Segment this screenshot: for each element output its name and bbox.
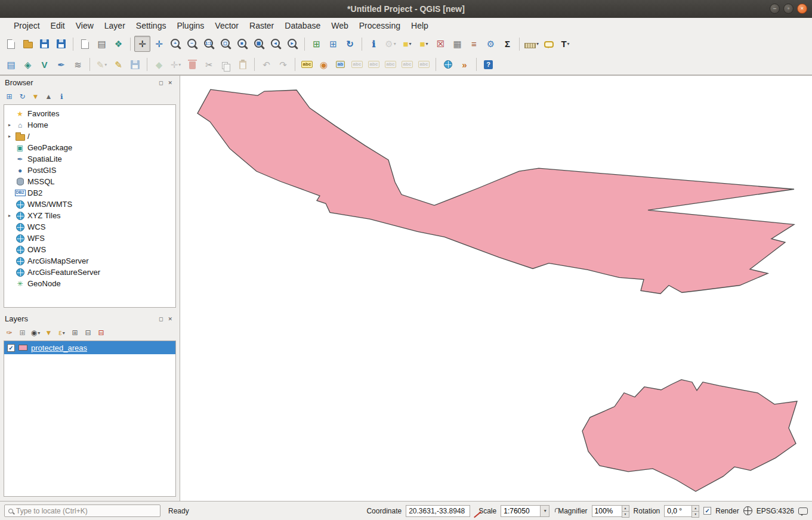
processing-toolbox-button[interactable]: ⚙ (483, 36, 499, 52)
zoom-native-button[interactable]: 1:1 (201, 36, 217, 52)
open-layer-styling-button[interactable]: ✑ (4, 327, 15, 339)
browser-item-home[interactable]: ▸⌂Home (4, 119, 175, 131)
refresh-map-button[interactable]: ↻ (342, 36, 358, 52)
select-features-tool-dropdown[interactable]: ▾ (409, 41, 412, 47)
pan-to-selection-tool[interactable]: ✛ (151, 36, 167, 52)
magnifier-input[interactable] (592, 505, 622, 517)
messages-icon[interactable] (798, 507, 808, 515)
browser-item-wcs[interactable]: WCS (4, 221, 175, 233)
rotation-up-button[interactable]: ▲ (691, 505, 699, 512)
browser-item-wms-wmts[interactable]: WMS/WMTS (4, 199, 175, 210)
zoom-last-button[interactable]: ◂ (268, 36, 284, 52)
layer-visibility-checkbox[interactable]: ✓ (7, 344, 15, 352)
current-edits-button-dropdown[interactable]: ▾ (104, 62, 107, 67)
scale-input[interactable] (501, 505, 540, 517)
expand-arrow-icon[interactable]: ▸ (7, 122, 13, 128)
expand-all-button[interactable]: ⊞ (69, 327, 81, 339)
text-annotation-tool[interactable]: T▾ (557, 36, 573, 52)
menu-settings[interactable]: Settings (131, 19, 172, 32)
filter-legend-button[interactable]: ▼ (43, 327, 54, 339)
browser-item-xyz-tiles[interactable]: ▸XYZ Tiles (4, 210, 175, 221)
new-virtual-layer-button[interactable]: ≋ (70, 57, 86, 73)
render-checkbox[interactable]: ✓ (703, 507, 711, 515)
field-calculator-button[interactable]: ≡ (466, 36, 482, 52)
zoom-out-tool[interactable]: − (184, 36, 200, 52)
menu-plugins[interactable]: Plugins (171, 19, 209, 32)
open-project-button[interactable] (20, 36, 36, 52)
menu-project[interactable]: Project (8, 19, 45, 32)
new-map-view-button[interactable]: ⊞ (308, 36, 325, 52)
rotation-down-button[interactable]: ▼ (691, 512, 699, 518)
new-print-layout-button[interactable] (77, 36, 93, 52)
collapse-all-button[interactable]: ▲ (43, 91, 54, 103)
browser-item-geonode[interactable]: ✳GeoNode (4, 278, 175, 289)
menu-edit[interactable]: Edit (45, 19, 70, 32)
style-manager-button[interactable]: ❖ (110, 36, 126, 52)
save-project-as-button[interactable] (53, 36, 69, 52)
new-shapefile-layer-button[interactable]: V (36, 57, 53, 73)
scale-combo[interactable]: ▾ (501, 505, 549, 517)
map-svg[interactable] (180, 76, 812, 501)
zoom-to-layer-button[interactable]: ▦ (251, 36, 267, 52)
minimize-button[interactable]: – (770, 4, 780, 14)
collapse-all-layers-button[interactable]: ⊟ (82, 327, 94, 339)
select-features-by-value-button-dropdown[interactable]: ▾ (426, 41, 428, 47)
identify-features-tool[interactable]: ℹ (366, 36, 382, 52)
browser-item-geopackage[interactable]: ▣GeoPackage (4, 142, 175, 153)
browser-item-postgis[interactable]: ●PostGIS (4, 165, 175, 176)
pan-map-tool[interactable]: ✛ (134, 36, 150, 52)
layer-diagram-button[interactable]: ◉ (316, 57, 332, 73)
save-project-button[interactable] (36, 36, 53, 52)
map-canvas[interactable] (180, 76, 812, 501)
manage-map-themes-button-dropdown[interactable]: ▾ (38, 330, 40, 336)
menu-processing[interactable]: Processing (354, 19, 406, 32)
browser-close-button[interactable]: ✕ (165, 80, 175, 86)
open-attribute-table-button[interactable]: ▦ (449, 36, 465, 52)
move-feature-tool-dropdown[interactable]: ▾ (178, 62, 181, 67)
browser-item-ows[interactable]: OWS (4, 244, 175, 255)
metasearch-button[interactable] (440, 57, 456, 73)
show-layout-manager-button[interactable]: ▤ (94, 36, 110, 52)
locator-input[interactable] (16, 507, 156, 515)
filter-browser-button[interactable]: ▼ (30, 91, 41, 103)
browser-item-spatialite[interactable]: ✒SpatiaLite (4, 153, 175, 165)
protected-area-polygon-main[interactable] (197, 89, 794, 293)
maximize-button[interactable]: ▫ (783, 4, 794, 14)
add-selected-layers-button[interactable]: ⊞ (4, 91, 15, 103)
filter-by-expression-button-dropdown[interactable]: ▾ (63, 330, 65, 336)
menu-layer[interactable]: Layer (99, 19, 131, 32)
layer-item-protected-areas[interactable]: ✓protected_areas (4, 341, 175, 354)
close-button[interactable]: × (797, 4, 807, 14)
browser-item-mssql[interactable]: MSSQL (4, 176, 175, 187)
browser-item-wfs[interactable]: WFS (4, 233, 175, 244)
manage-map-themes-button[interactable]: ◉▾ (30, 327, 41, 339)
magnifier-down-button[interactable]: ▼ (622, 512, 629, 518)
zoom-full-button[interactable]: ◻ (218, 36, 234, 52)
remove-layer-button[interactable]: ⊟ (95, 327, 107, 339)
map-tips-button[interactable] (541, 36, 557, 52)
open-data-source-manager-button[interactable]: ▤ (3, 57, 19, 73)
deselect-features-button[interactable]: ☒ (433, 36, 449, 52)
select-features-tool[interactable]: ■▾ (399, 36, 415, 52)
refresh-browser-button[interactable]: ↻ (17, 91, 28, 103)
statistical-summary-button[interactable]: Σ (499, 36, 515, 52)
scale-dropdown-button[interactable]: ▾ (540, 505, 549, 517)
magnifier-up-button[interactable]: ▲ (622, 505, 629, 512)
select-features-by-value-button[interactable]: ■▾ (416, 36, 432, 52)
properties-widget-button[interactable]: ℹ (56, 91, 67, 103)
browser-item-db2[interactable]: DB2DB2 (4, 187, 175, 199)
browser-item-arcgisfeatureserver[interactable]: ArcGisFeatureServer (4, 267, 175, 278)
rotation-spinbox[interactable]: ▲▼ (664, 505, 699, 517)
layers-float-button[interactable]: ◻ (156, 316, 165, 322)
measure-line-tool[interactable]: ▾ (523, 36, 540, 52)
text-annotation-tool-dropdown[interactable]: ▾ (567, 41, 570, 47)
menu-web[interactable]: Web (326, 19, 354, 32)
menu-raster[interactable]: Raster (244, 19, 279, 32)
new-spatialite-layer-button[interactable]: ✒ (53, 57, 69, 73)
expand-arrow-icon[interactable]: ▸ (7, 213, 13, 218)
expand-arrow-icon[interactable]: ▸ (7, 134, 13, 139)
coordinate-input[interactable] (406, 505, 470, 517)
browser-item-favorites[interactable]: ★Favorites (4, 108, 175, 119)
labeling-single-button[interactable]: ab (332, 57, 348, 73)
titlebar[interactable]: *Untitled Project - QGIS [new] – ▫ × (0, 0, 812, 18)
